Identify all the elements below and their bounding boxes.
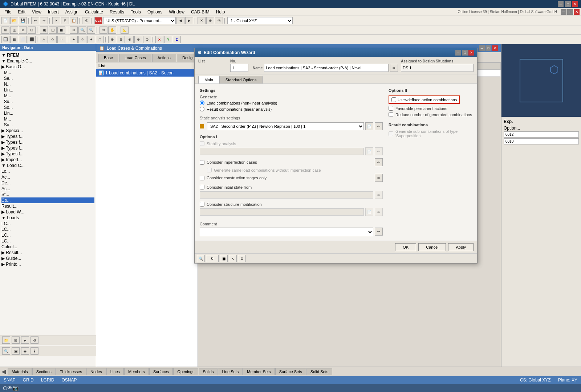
wbt-settings[interactable]: ⚙ (238, 255, 246, 262)
static-dropdown[interactable]: SA2 - Second-order (P-Δ) | Newton-Raphso… (207, 122, 364, 130)
view-dropdown[interactable]: 1 - Global XYZ (227, 17, 293, 24)
nav-lo[interactable]: Lo... (1, 168, 94, 174)
name-edit-btn[interactable]: ✏ (390, 64, 398, 72)
model-btn-15[interactable]: ⊘ (134, 36, 142, 43)
wizard-close[interactable]: ✕ (468, 50, 474, 56)
imperfection-btn[interactable]: ✏ (375, 158, 383, 166)
nav-n1[interactable]: N... (1, 81, 94, 87)
menu-cad-bim[interactable]: CAD-BIM (188, 9, 212, 15)
initial-checkbox[interactable] (200, 185, 204, 189)
btab-surfaces[interactable]: Surfaces (149, 368, 173, 375)
comment-btn[interactable]: ✏ (375, 228, 383, 236)
apply-button[interactable]: Apply (448, 243, 474, 251)
model-btn-12[interactable]: ⊕ (108, 36, 116, 43)
pan-btn[interactable]: ✋ (108, 26, 116, 34)
camera-btn[interactable]: 📷 (12, 385, 19, 391)
tb-extra-1[interactable]: ✕ (198, 17, 206, 24)
btab-sections[interactable]: Sections (32, 368, 56, 375)
copy-button[interactable]: ⎘ (61, 17, 69, 24)
lc-minimize[interactable]: ─ (479, 45, 485, 51)
wbt-search[interactable]: 🔍 (197, 255, 205, 262)
menu-insert[interactable]: Insert (45, 9, 62, 15)
open-button[interactable]: 📂 (10, 17, 18, 24)
radio-load[interactable] (200, 101, 204, 105)
cancel-button[interactable]: Cancel (418, 243, 446, 251)
model-btn-10[interactable]: ✦ (87, 36, 95, 43)
menu-view[interactable]: View (29, 9, 44, 15)
wbt-counter[interactable]: 0 (206, 255, 219, 262)
app-restore[interactable]: □ (567, 9, 573, 15)
btab-openings[interactable]: Openings (173, 368, 198, 375)
menu-options[interactable]: Options (145, 9, 165, 15)
rotate-btn[interactable]: ↻ (99, 26, 107, 34)
wbt-box[interactable]: ▣ (220, 255, 228, 262)
nav-so1[interactable]: So... (1, 105, 94, 110)
model-btn-16[interactable]: ⊙ (143, 36, 151, 43)
nav-types3[interactable]: ▶ Types f... (1, 145, 94, 151)
render-btn-2[interactable]: ▢ (49, 26, 57, 34)
model-btn-13[interactable]: ⊖ (117, 36, 125, 43)
render-btn-3[interactable]: ◼ (57, 26, 65, 34)
minimize-button[interactable]: ─ (558, 1, 564, 7)
assigned-input[interactable] (401, 64, 474, 72)
static-edit-btn[interactable]: ✏ (375, 122, 383, 130)
btab-surface-sets[interactable]: Surface Sets (275, 368, 306, 375)
model-btn-2[interactable]: ▦ (10, 36, 18, 43)
menu-assign[interactable]: Assign (62, 9, 81, 15)
nav-printo[interactable]: ▶ Printo... (1, 261, 94, 267)
nav-loads[interactable]: ▼ Loads (1, 215, 94, 221)
tb-extra-3[interactable]: ◎ (215, 17, 223, 24)
view-btn-3[interactable]: ⧉ (19, 26, 27, 34)
btab-solids[interactable]: Solids (199, 368, 218, 375)
nav-m1[interactable]: M... (1, 70, 94, 75)
eye-btn[interactable]: 👁 (7, 385, 12, 391)
tab-actions[interactable]: Actions (152, 54, 176, 62)
nav-ac1[interactable]: Ac... (1, 174, 94, 180)
nav-lin2[interactable]: Lin... (1, 110, 94, 116)
tb-extra-2[interactable]: ⊕ (206, 17, 214, 24)
zoom-in[interactable]: 🔍 (78, 26, 86, 34)
nav-guide[interactable]: ▶ Guide... (1, 256, 94, 261)
nav-su2[interactable]: Su... (1, 122, 94, 128)
nav-co[interactable]: Co... (1, 197, 94, 203)
wizard-maximize[interactable]: □ (462, 50, 468, 56)
nav-btn-4[interactable]: ⚙ (31, 336, 38, 344)
nav-search[interactable]: 🔍 (2, 347, 10, 355)
nav-rfem[interactable]: ▼ RFEM (1, 52, 94, 58)
user-defined-checkbox[interactable] (391, 97, 396, 102)
measure-btn[interactable]: 📐 (121, 26, 129, 34)
zoom-out[interactable]: 🔍 (87, 26, 95, 34)
nav-settings[interactable]: ◈ (21, 347, 29, 355)
lc-maximize[interactable]: □ (485, 45, 491, 51)
construction-btn[interactable]: ✏ (375, 174, 383, 182)
wizard-tab-main[interactable]: Main (198, 76, 219, 83)
menu-file[interactable]: File (1, 9, 14, 15)
nav-de[interactable]: De... (1, 180, 94, 186)
paste-button[interactable]: 📋 (70, 17, 78, 24)
model-btn-14[interactable]: ⊗ (126, 36, 134, 43)
tab-load-cases[interactable]: Load Cases (119, 54, 151, 62)
save-button[interactable]: 💾 (19, 17, 27, 24)
list-item-1[interactable]: 📊 1 Load combinations | SA2 - Secon (96, 69, 198, 77)
view-btn-4[interactable]: ⊡ (28, 26, 36, 34)
nav-lc2[interactable]: LC... (1, 226, 94, 232)
btab-solid-sets[interactable]: Solid Sets (306, 368, 333, 375)
floor-btn[interactable]: ⬡ (3, 385, 7, 391)
menu-edit[interactable]: Edit (15, 9, 28, 15)
wizard-minimize[interactable]: ─ (455, 50, 461, 56)
btab-line-sets[interactable]: Line Sets (218, 368, 243, 375)
btab-lines[interactable]: Lines (106, 368, 124, 375)
btab-materials[interactable]: Materials (8, 368, 32, 375)
nav-m2[interactable]: M... (1, 93, 94, 99)
model-btn-1[interactable]: 🔲 (1, 36, 9, 43)
nav-loadw[interactable]: ▶ Load W... (1, 209, 94, 215)
menu-tools[interactable]: Tools (128, 9, 144, 15)
stability-checkbox[interactable] (200, 141, 204, 146)
favorable-checkbox[interactable] (389, 106, 393, 111)
imperfection-checkbox[interactable] (200, 160, 204, 165)
btab-nodes[interactable]: Nodes (86, 368, 106, 375)
model-btn-7[interactable]: ○ (57, 36, 65, 43)
app-minimize[interactable]: ─ (561, 9, 566, 15)
model-btn-6[interactable]: ◇ (49, 36, 57, 43)
nav-lin1[interactable]: Lin... (1, 87, 94, 93)
